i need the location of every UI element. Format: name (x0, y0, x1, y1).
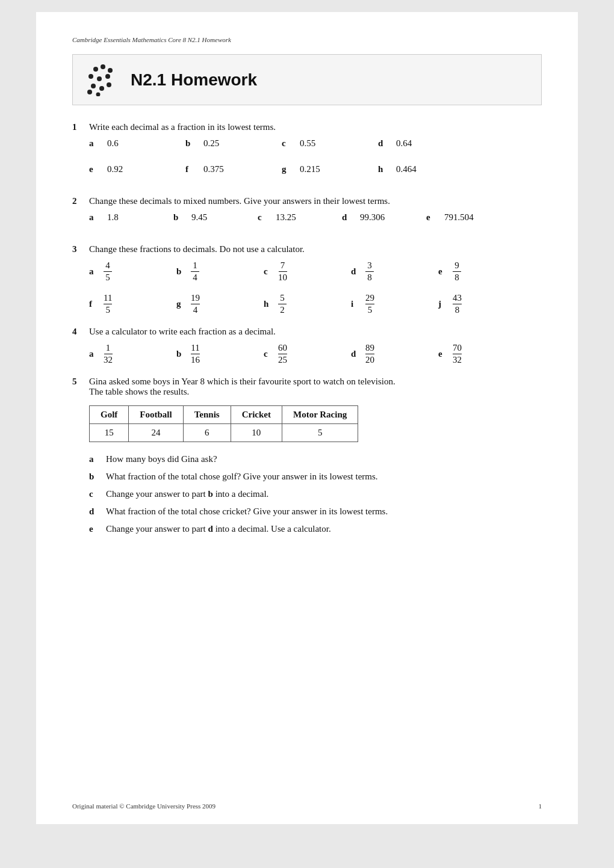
q5-sub-c-label: c (89, 489, 106, 499)
q4-part-b: b 11 16 (176, 343, 264, 365)
q3-label-d: d (351, 266, 365, 277)
svg-point-1 (101, 64, 105, 69)
q5-num: 5 (72, 377, 89, 387)
q2-val-d: 99.306 (360, 212, 385, 223)
q2-val-c: 13.25 (276, 212, 296, 223)
q4-frac-e-den: 32 (453, 354, 462, 365)
svg-point-9 (87, 90, 92, 94)
q4-label-c: c (264, 349, 278, 359)
q1-label-e: e (89, 164, 104, 174)
q2-part-a: a 1.8 (89, 212, 173, 223)
q1-val-e: 0.92 (107, 164, 123, 174)
q2-label-c: c (258, 212, 272, 223)
q4-part-d: d 89 20 (351, 343, 438, 365)
q1-val-f: 0.375 (203, 164, 224, 174)
q3-label-b: b (176, 266, 191, 277)
q4-part-e: e 70 32 (438, 343, 526, 365)
q3-frac-f-den: 5 (104, 304, 112, 315)
q5-text2: The table shows the results. (89, 387, 189, 396)
title-box: N2.1 Homework (72, 54, 542, 105)
q3-frac-h: 5 2 (278, 293, 287, 315)
q1-label-c: c (282, 138, 296, 149)
q1-part-d: d 0.64 (378, 138, 474, 149)
q3-part-j: j 43 8 (438, 293, 526, 315)
q3-text: Change these fractions to decimals. Do n… (89, 244, 542, 254)
q4-text: Use a calculator to write each fraction … (89, 327, 542, 337)
q3-frac-c-num: 7 (279, 260, 287, 272)
q4-part-a: a 1 32 (89, 343, 176, 365)
q3-frac-i: 29 5 (365, 293, 374, 315)
q3-part-e: e 9 8 (438, 260, 526, 282)
question-2: 2 Change these decimals to mixed numbers… (72, 196, 542, 232)
q3-frac-h-num: 5 (278, 293, 287, 304)
dots-icon (85, 63, 121, 96)
question-1: 1 Write each decimal as a fraction in it… (72, 122, 542, 184)
q2-label-e: e (426, 212, 441, 223)
sport-table: Golf Football Tennis Cricket Motor Racin… (89, 405, 358, 442)
table-cell-tennis: 6 (183, 424, 231, 442)
q1-part-c: c 0.55 (282, 138, 378, 149)
q3-frac-b-num: 1 (191, 260, 199, 272)
q2-val-e: 791.504 (444, 212, 474, 223)
q1-val-b: 0.25 (203, 138, 219, 149)
q3-label-a: a (89, 266, 104, 277)
q1-part-b: b 0.25 (185, 138, 282, 149)
q5-sub-a: a How many boys did Gina ask? (89, 454, 542, 464)
header-italic: Cambridge Essentials Mathematics (72, 36, 166, 43)
q1-parts: a 0.6 b 0.25 c 0.55 d 0.64 (89, 138, 542, 158)
q5-sub-c: c Change your answer to part b into a de… (89, 489, 542, 499)
svg-point-2 (108, 68, 113, 73)
q3-frac-i-num: 29 (365, 293, 374, 304)
q5-sub-c-bold: b (208, 489, 213, 499)
svg-point-3 (88, 74, 93, 79)
q3-label-h: h (264, 299, 278, 309)
q1-label-a: a (89, 138, 104, 149)
q3-frac-b: 1 4 (191, 260, 199, 282)
q3-frac-j-den: 8 (453, 304, 462, 315)
table-header-tennis: Tennis (183, 406, 231, 424)
question-5: 5 Gina asked some boys in Year 8 which i… (72, 377, 542, 534)
svg-point-5 (105, 74, 110, 79)
q4-label-b: b (176, 349, 191, 359)
q1-label-g: g (282, 164, 296, 174)
q4-num: 4 (72, 327, 89, 337)
q1-part-e: e 0.92 (89, 164, 185, 174)
q4-frac-a-den: 32 (104, 354, 113, 365)
svg-point-10 (96, 93, 101, 97)
q3-frac-j: 43 8 (453, 293, 462, 315)
question-3: 3 Change these fractions to decimals. Do… (72, 244, 542, 315)
q2-val-a: 1.8 (107, 212, 119, 223)
q2-part-b: b 9.45 (173, 212, 258, 223)
q4-frac-b-den: 16 (191, 354, 200, 365)
q1-label-h: h (378, 164, 392, 174)
q3-part-d: d 3 8 (351, 260, 438, 282)
q1-part-g: g 0.215 (282, 164, 378, 174)
q4-frac-a: 1 32 (104, 343, 113, 365)
q1-part-a: a 0.6 (89, 138, 185, 149)
q1-num: 1 (72, 122, 89, 132)
q1-parts-row2: e 0.92 f 0.375 g 0.215 h 0.464 (89, 164, 542, 184)
svg-point-0 (93, 67, 98, 72)
table-cell-motor-racing: 5 (282, 424, 358, 442)
q4-frac-d-den: 20 (365, 354, 374, 365)
q3-label-f: f (89, 299, 104, 309)
q4-frac-b: 11 16 (191, 343, 200, 365)
q2-label-a: a (89, 212, 104, 223)
q1-label-b: b (185, 138, 200, 149)
q3-frac-a-den: 5 (104, 272, 112, 283)
q5-sub-d-label: d (89, 506, 106, 517)
question-4: 4 Use a calculator to write each fractio… (72, 327, 542, 365)
q4-frac-e: 70 32 (453, 343, 462, 365)
q2-text: Change these decimals to mixed numbers. … (89, 196, 542, 206)
q3-frac-j-num: 43 (453, 293, 462, 304)
q4-frac-d-num: 89 (365, 343, 374, 354)
q1-val-d: 0.64 (396, 138, 412, 149)
q3-frac-e-num: 9 (453, 260, 461, 272)
q3-frac-f: 11 5 (104, 293, 112, 315)
q4-frac-b-num: 11 (191, 343, 199, 354)
q5-sub-e-bold: d (208, 524, 213, 534)
svg-point-7 (99, 86, 104, 91)
q3-part-b: b 1 4 (176, 260, 264, 282)
q3-frac-h-den: 2 (278, 304, 287, 315)
q3-part-g: g 19 4 (176, 293, 264, 315)
